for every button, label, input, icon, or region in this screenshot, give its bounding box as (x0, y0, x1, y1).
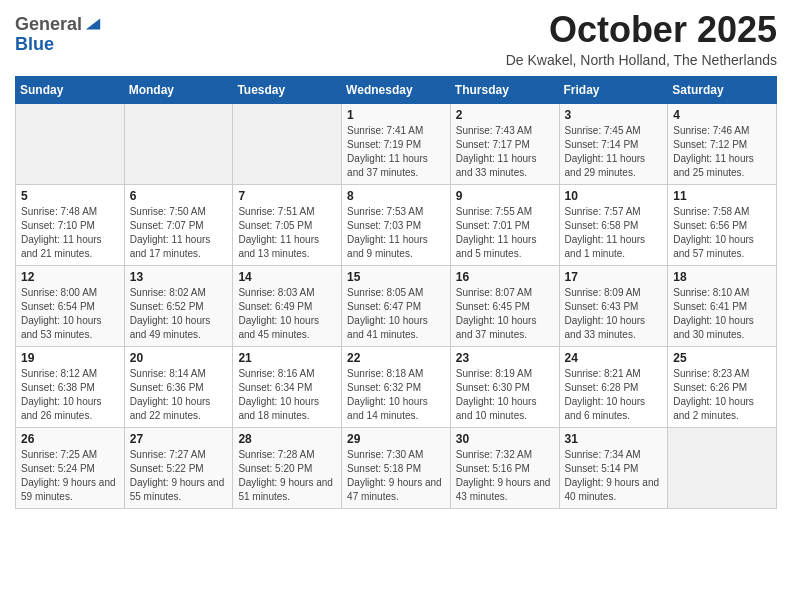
day-info: Sunrise: 7:57 AM Sunset: 6:58 PM Dayligh… (565, 205, 663, 261)
location-text: De Kwakel, North Holland, The Netherland… (506, 52, 777, 68)
day-number: 10 (565, 189, 663, 203)
day-cell: 5Sunrise: 7:48 AM Sunset: 7:10 PM Daylig… (16, 184, 125, 265)
day-info: Sunrise: 8:09 AM Sunset: 6:43 PM Dayligh… (565, 286, 663, 342)
day-cell: 31Sunrise: 7:34 AM Sunset: 5:14 PM Dayli… (559, 427, 668, 508)
day-cell: 8Sunrise: 7:53 AM Sunset: 7:03 PM Daylig… (342, 184, 451, 265)
week-row-4: 19Sunrise: 8:12 AM Sunset: 6:38 PM Dayli… (16, 346, 777, 427)
day-number: 3 (565, 108, 663, 122)
day-cell: 30Sunrise: 7:32 AM Sunset: 5:16 PM Dayli… (450, 427, 559, 508)
week-row-3: 12Sunrise: 8:00 AM Sunset: 6:54 PM Dayli… (16, 265, 777, 346)
day-number: 17 (565, 270, 663, 284)
day-number: 2 (456, 108, 554, 122)
day-cell: 25Sunrise: 8:23 AM Sunset: 6:26 PM Dayli… (668, 346, 777, 427)
header: General Blue October 2025 De Kwakel, Nor… (15, 10, 777, 68)
day-number: 7 (238, 189, 336, 203)
day-number: 30 (456, 432, 554, 446)
logo: General Blue (15, 15, 102, 55)
logo-triangle-icon (84, 15, 102, 33)
day-cell: 16Sunrise: 8:07 AM Sunset: 6:45 PM Dayli… (450, 265, 559, 346)
day-cell: 24Sunrise: 8:21 AM Sunset: 6:28 PM Dayli… (559, 346, 668, 427)
day-cell: 9Sunrise: 7:55 AM Sunset: 7:01 PM Daylig… (450, 184, 559, 265)
week-row-1: 1Sunrise: 7:41 AM Sunset: 7:19 PM Daylig… (16, 103, 777, 184)
day-cell: 10Sunrise: 7:57 AM Sunset: 6:58 PM Dayli… (559, 184, 668, 265)
day-info: Sunrise: 7:27 AM Sunset: 5:22 PM Dayligh… (130, 448, 228, 504)
day-number: 29 (347, 432, 445, 446)
day-info: Sunrise: 7:50 AM Sunset: 7:07 PM Dayligh… (130, 205, 228, 261)
day-number: 1 (347, 108, 445, 122)
col-header-wednesday: Wednesday (342, 76, 451, 103)
day-info: Sunrise: 8:07 AM Sunset: 6:45 PM Dayligh… (456, 286, 554, 342)
header-row: SundayMondayTuesdayWednesdayThursdayFrid… (16, 76, 777, 103)
day-info: Sunrise: 8:10 AM Sunset: 6:41 PM Dayligh… (673, 286, 771, 342)
day-cell: 13Sunrise: 8:02 AM Sunset: 6:52 PM Dayli… (124, 265, 233, 346)
day-number: 22 (347, 351, 445, 365)
day-number: 12 (21, 270, 119, 284)
day-number: 4 (673, 108, 771, 122)
day-number: 11 (673, 189, 771, 203)
day-cell: 21Sunrise: 8:16 AM Sunset: 6:34 PM Dayli… (233, 346, 342, 427)
col-header-thursday: Thursday (450, 76, 559, 103)
day-number: 21 (238, 351, 336, 365)
day-info: Sunrise: 7:48 AM Sunset: 7:10 PM Dayligh… (21, 205, 119, 261)
day-info: Sunrise: 7:53 AM Sunset: 7:03 PM Dayligh… (347, 205, 445, 261)
day-cell (233, 103, 342, 184)
day-cell: 12Sunrise: 8:00 AM Sunset: 6:54 PM Dayli… (16, 265, 125, 346)
day-cell: 6Sunrise: 7:50 AM Sunset: 7:07 PM Daylig… (124, 184, 233, 265)
svg-marker-0 (86, 18, 100, 29)
day-info: Sunrise: 7:58 AM Sunset: 6:56 PM Dayligh… (673, 205, 771, 261)
day-info: Sunrise: 8:16 AM Sunset: 6:34 PM Dayligh… (238, 367, 336, 423)
day-cell: 14Sunrise: 8:03 AM Sunset: 6:49 PM Dayli… (233, 265, 342, 346)
day-number: 15 (347, 270, 445, 284)
day-info: Sunrise: 7:43 AM Sunset: 7:17 PM Dayligh… (456, 124, 554, 180)
day-number: 23 (456, 351, 554, 365)
week-row-5: 26Sunrise: 7:25 AM Sunset: 5:24 PM Dayli… (16, 427, 777, 508)
day-info: Sunrise: 8:19 AM Sunset: 6:30 PM Dayligh… (456, 367, 554, 423)
day-number: 27 (130, 432, 228, 446)
day-info: Sunrise: 8:14 AM Sunset: 6:36 PM Dayligh… (130, 367, 228, 423)
day-info: Sunrise: 7:28 AM Sunset: 5:20 PM Dayligh… (238, 448, 336, 504)
day-number: 26 (21, 432, 119, 446)
col-header-monday: Monday (124, 76, 233, 103)
day-info: Sunrise: 8:02 AM Sunset: 6:52 PM Dayligh… (130, 286, 228, 342)
day-number: 20 (130, 351, 228, 365)
day-cell: 1Sunrise: 7:41 AM Sunset: 7:19 PM Daylig… (342, 103, 451, 184)
day-cell (124, 103, 233, 184)
day-number: 28 (238, 432, 336, 446)
week-row-2: 5Sunrise: 7:48 AM Sunset: 7:10 PM Daylig… (16, 184, 777, 265)
title-area: October 2025 De Kwakel, North Holland, T… (506, 10, 777, 68)
day-info: Sunrise: 7:25 AM Sunset: 5:24 PM Dayligh… (21, 448, 119, 504)
day-cell (668, 427, 777, 508)
day-info: Sunrise: 7:46 AM Sunset: 7:12 PM Dayligh… (673, 124, 771, 180)
day-info: Sunrise: 7:45 AM Sunset: 7:14 PM Dayligh… (565, 124, 663, 180)
day-cell: 7Sunrise: 7:51 AM Sunset: 7:05 PM Daylig… (233, 184, 342, 265)
day-info: Sunrise: 7:55 AM Sunset: 7:01 PM Dayligh… (456, 205, 554, 261)
day-number: 13 (130, 270, 228, 284)
day-info: Sunrise: 7:34 AM Sunset: 5:14 PM Dayligh… (565, 448, 663, 504)
day-number: 18 (673, 270, 771, 284)
day-number: 25 (673, 351, 771, 365)
day-number: 5 (21, 189, 119, 203)
day-info: Sunrise: 8:03 AM Sunset: 6:49 PM Dayligh… (238, 286, 336, 342)
day-cell: 20Sunrise: 8:14 AM Sunset: 6:36 PM Dayli… (124, 346, 233, 427)
col-header-friday: Friday (559, 76, 668, 103)
day-number: 24 (565, 351, 663, 365)
calendar-table: SundayMondayTuesdayWednesdayThursdayFrid… (15, 76, 777, 509)
day-cell: 2Sunrise: 7:43 AM Sunset: 7:17 PM Daylig… (450, 103, 559, 184)
logo-blue-text: Blue (15, 34, 54, 54)
day-cell: 29Sunrise: 7:30 AM Sunset: 5:18 PM Dayli… (342, 427, 451, 508)
day-number: 9 (456, 189, 554, 203)
col-header-tuesday: Tuesday (233, 76, 342, 103)
day-cell: 11Sunrise: 7:58 AM Sunset: 6:56 PM Dayli… (668, 184, 777, 265)
day-cell: 15Sunrise: 8:05 AM Sunset: 6:47 PM Dayli… (342, 265, 451, 346)
day-info: Sunrise: 7:41 AM Sunset: 7:19 PM Dayligh… (347, 124, 445, 180)
day-info: Sunrise: 8:23 AM Sunset: 6:26 PM Dayligh… (673, 367, 771, 423)
day-cell: 22Sunrise: 8:18 AM Sunset: 6:32 PM Dayli… (342, 346, 451, 427)
day-number: 14 (238, 270, 336, 284)
logo-general-text: General (15, 15, 82, 35)
day-number: 31 (565, 432, 663, 446)
day-cell: 18Sunrise: 8:10 AM Sunset: 6:41 PM Dayli… (668, 265, 777, 346)
day-info: Sunrise: 8:12 AM Sunset: 6:38 PM Dayligh… (21, 367, 119, 423)
day-info: Sunrise: 8:21 AM Sunset: 6:28 PM Dayligh… (565, 367, 663, 423)
day-info: Sunrise: 7:30 AM Sunset: 5:18 PM Dayligh… (347, 448, 445, 504)
day-cell: 19Sunrise: 8:12 AM Sunset: 6:38 PM Dayli… (16, 346, 125, 427)
